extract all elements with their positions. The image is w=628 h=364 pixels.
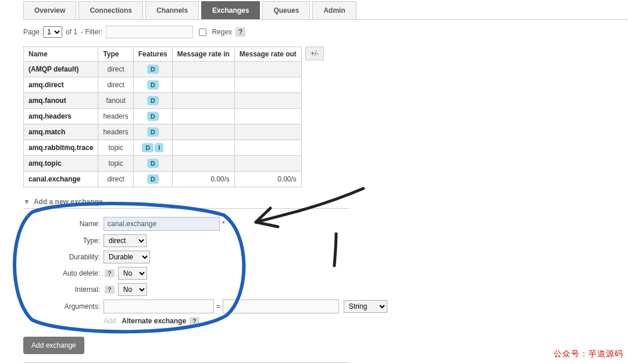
- regex-checkbox[interactable]: [199, 28, 206, 36]
- exchange-features-cell: D: [133, 77, 172, 93]
- exchange-name-cell[interactable]: amq.match: [24, 124, 98, 140]
- tab-overview[interactable]: Overview: [23, 1, 76, 19]
- col-header[interactable]: Message rate in: [172, 47, 234, 62]
- watermark-text: 公众号：芋道源码: [554, 349, 623, 359]
- rate-out-cell: [234, 109, 301, 124]
- regex-label: Regex: [212, 28, 232, 36]
- exchange-type-cell: direct: [98, 62, 133, 77]
- exchange-name-cell[interactable]: (AMQP default): [24, 62, 98, 77]
- exchange-name-cell[interactable]: amq.topic: [24, 156, 98, 172]
- add-exchange-section-header[interactable]: ▼ Add a new exchange: [23, 198, 349, 209]
- col-header[interactable]: Message rate out: [234, 47, 301, 62]
- name-label: Name:: [23, 220, 104, 228]
- tab-admin[interactable]: Admin: [312, 1, 356, 19]
- exchange-name-cell[interactable]: amq.rabbitmq.trace: [24, 140, 98, 156]
- type-select[interactable]: directfanouttopicheaders: [104, 234, 147, 247]
- tab-connections[interactable]: Connections: [78, 1, 143, 19]
- equals-sign: =: [216, 302, 220, 311]
- add-argument-hint[interactable]: Add: [104, 317, 116, 325]
- rate-in-cell: [172, 124, 234, 140]
- tab-exchanges[interactable]: Exchanges: [201, 1, 260, 19]
- feature-badge: D: [147, 96, 159, 105]
- exchange-type-cell: direct: [98, 77, 133, 93]
- rate-in-cell: [172, 156, 234, 172]
- page-label: Page: [23, 28, 40, 36]
- argument-key-input[interactable]: [104, 299, 214, 313]
- section-title: Add a new exchange: [34, 198, 103, 206]
- table-row: amq.topictopicD: [24, 156, 302, 172]
- feature-badge: I: [155, 143, 163, 152]
- add-exchange-button[interactable]: Add exchange: [23, 337, 84, 354]
- page-select[interactable]: 1: [43, 26, 62, 38]
- argument-type-select[interactable]: StringNumberBooleanList: [344, 300, 387, 313]
- table-row: amq.matchheadersD: [24, 124, 302, 140]
- collapse-icon: ▼: [23, 198, 30, 206]
- feature-badge: D: [147, 80, 159, 90]
- feature-badge: D: [147, 159, 159, 168]
- alternate-exchange-help-icon[interactable]: ?: [190, 317, 199, 325]
- rate-in-cell: [172, 62, 234, 77]
- internal-help-icon[interactable]: ?: [105, 286, 115, 294]
- exchange-features-cell: D: [133, 109, 172, 124]
- exchange-features-cell: D: [133, 124, 172, 140]
- alternate-exchange-link[interactable]: Alternate exchange: [122, 317, 186, 325]
- exchange-type-cell: topic: [98, 140, 133, 156]
- exchange-type-cell: headers: [98, 109, 133, 124]
- exchange-name-cell[interactable]: amq.direct: [24, 77, 98, 93]
- exchange-type-cell: headers: [98, 124, 133, 140]
- tab-channels[interactable]: Channels: [145, 1, 199, 19]
- feature-badge: D: [147, 112, 159, 121]
- feature-badge: D: [147, 65, 159, 74]
- feature-badge: D: [147, 127, 159, 137]
- rate-out-cell: [234, 77, 301, 93]
- internal-label: Internal:: [23, 286, 104, 294]
- pager-row: Page 1 of 1 - Filter: Regex ?: [23, 26, 628, 38]
- rate-out-cell: [234, 140, 301, 156]
- argument-value-input[interactable]: [223, 299, 339, 313]
- feature-badge: D: [147, 174, 159, 184]
- add-column-button[interactable]: +/-: [305, 47, 324, 60]
- rate-out-cell: [234, 62, 301, 77]
- exchange-name-cell[interactable]: canal.exchange: [24, 172, 98, 187]
- exchange-type-cell: fanout: [98, 93, 133, 109]
- tab-queues[interactable]: Queues: [262, 1, 310, 19]
- durability-select[interactable]: DurableTransient: [104, 251, 150, 263]
- durability-label: Durability:: [23, 253, 104, 261]
- exchange-type-cell: topic: [98, 156, 133, 172]
- exchange-features-cell: D: [133, 172, 172, 187]
- add-exchange-form: Name: * Type: directfanouttopicheaders D…: [23, 217, 628, 363]
- auto-delete-help-icon[interactable]: ?: [105, 269, 115, 277]
- exchanges-table: NameTypeFeaturesMessage rate inMessage r…: [23, 47, 302, 187]
- exchange-type-cell: direct: [98, 172, 133, 187]
- exchange-features-cell: D: [133, 62, 172, 77]
- exchange-features-cell: D: [133, 93, 172, 109]
- arguments-label: Arguments:: [23, 302, 104, 311]
- nav-tabs: OverviewConnectionsChannelsExchangesQueu…: [23, 1, 628, 20]
- table-row: amq.rabbitmq.tracetopicDI: [24, 140, 302, 156]
- filter-input[interactable]: [106, 26, 193, 38]
- rate-out-cell: [234, 124, 301, 140]
- rate-in-cell: [172, 93, 234, 109]
- col-header[interactable]: Name: [24, 47, 98, 62]
- table-row: canal.exchangedirectD0.00/s0.00/s: [24, 172, 302, 187]
- exchange-name-cell[interactable]: amq.fanout: [24, 93, 98, 109]
- exchange-features-cell: DI: [133, 140, 172, 156]
- table-row: amq.directdirectD: [24, 77, 302, 93]
- auto-delete-label: Auto delete:: [23, 269, 104, 277]
- regex-help-icon[interactable]: ?: [236, 27, 245, 37]
- auto-delete-select[interactable]: NoYes: [118, 267, 147, 280]
- table-row: amq.fanoutfanoutD: [24, 93, 302, 109]
- rate-in-cell: [172, 77, 234, 93]
- col-header[interactable]: Features: [133, 47, 172, 62]
- rate-in-cell: [172, 140, 234, 156]
- col-header[interactable]: Type: [98, 47, 133, 62]
- internal-select[interactable]: NoYes: [118, 283, 147, 296]
- table-row: amq.headersheadersD: [24, 109, 302, 124]
- name-input[interactable]: [104, 217, 220, 231]
- rate-out-cell: 0.00/s: [234, 172, 301, 187]
- table-row: (AMQP default)directD: [24, 62, 302, 77]
- exchange-name-cell[interactable]: amq.headers: [24, 109, 98, 124]
- filter-label: - Filter:: [81, 28, 102, 36]
- exchange-features-cell: D: [133, 156, 172, 172]
- rate-in-cell: [172, 109, 234, 124]
